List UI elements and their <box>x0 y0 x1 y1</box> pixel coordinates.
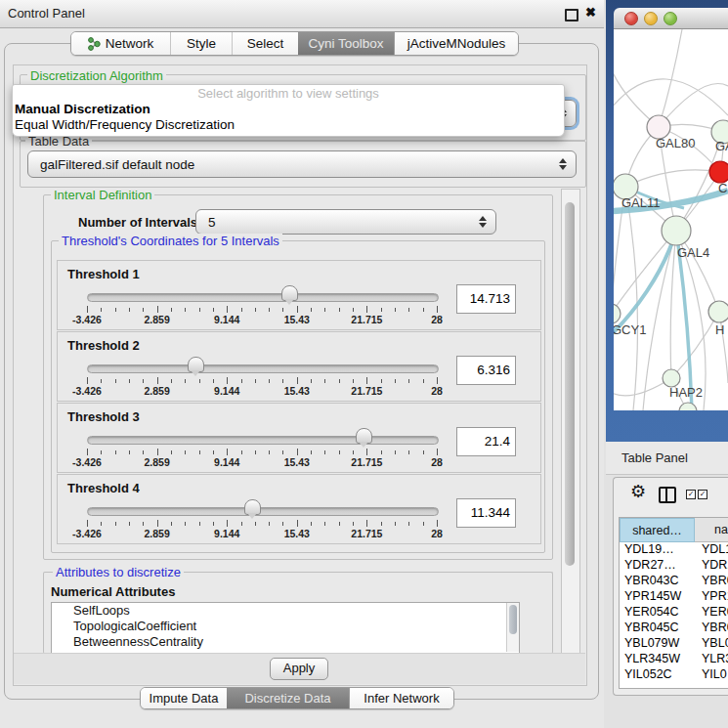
split-view-icon[interactable] <box>659 487 676 503</box>
zoom-traffic-light-icon[interactable] <box>664 12 677 25</box>
list-item[interactable]: SelfLoops <box>52 603 519 619</box>
network-node[interactable] <box>708 301 728 322</box>
slider-thumb[interactable] <box>244 499 261 515</box>
threshold-value-field[interactable]: 11.344 <box>456 498 516 528</box>
algorithm-option-equal-width[interactable]: Equal Width/Frequency Discretization <box>13 117 564 133</box>
table-row[interactable]: YIL052CYIL0 <box>620 667 728 683</box>
tab-network[interactable]: Network <box>71 32 170 55</box>
table-cell[interactable]: YBR0 <box>695 621 728 636</box>
minimize-traffic-light-icon[interactable] <box>644 12 658 25</box>
network-node[interactable] <box>709 161 728 183</box>
table-cell[interactable]: YBR043C <box>620 574 695 589</box>
network-node-label: GAL80 <box>656 136 695 150</box>
network-icon <box>88 37 101 51</box>
table-data-combo[interactable]: galFiltered.sif default node <box>27 150 577 178</box>
tab-impute-data[interactable]: Impute Data <box>141 688 227 708</box>
table-row[interactable]: YPR145WYPR1 <box>620 589 728 605</box>
table-row[interactable]: YLR345WYLR3 <box>620 652 728 667</box>
threshold-row: Threshold 3 -3.4262.8599.14415.4321.7152… <box>57 403 541 473</box>
float-window-icon[interactable] <box>565 9 578 21</box>
algorithm-placeholder: Select algorithm to view settings <box>13 85 564 102</box>
table-cell[interactable]: YDL1 <box>695 542 728 558</box>
network-node[interactable] <box>662 216 691 245</box>
table-cell[interactable]: YBR045C <box>620 621 695 636</box>
slider-thumb[interactable] <box>356 428 372 444</box>
number-of-intervals-label: Number of Intervals <box>78 215 197 230</box>
slider-track[interactable] <box>87 293 439 302</box>
threshold-value-field[interactable]: 21.4 <box>456 427 516 456</box>
table-cell[interactable]: YBR0 <box>695 574 728 589</box>
number-of-intervals-combo[interactable]: 5 <box>195 209 496 235</box>
tab-cyni-toolbox[interactable]: Cyni Toolbox <box>298 32 394 55</box>
gear-icon[interactable]: ⚙ <box>630 481 646 502</box>
threshold-row: Threshold 1 -3.4262.8599.14415.4321.7152… <box>57 260 541 330</box>
slider-thumb[interactable] <box>281 285 298 301</box>
tab-infer-network[interactable]: Infer Network <box>349 688 453 708</box>
network-view-window: GAL80GACGAL11GAL4GCY1HHAP2 <box>614 8 728 410</box>
slider-track[interactable] <box>87 507 439 516</box>
table-cell[interactable]: YER054C <box>620 605 695 621</box>
slider-thumb[interactable] <box>188 357 204 372</box>
scrollbar-thumb[interactable] <box>509 605 517 634</box>
table-cell[interactable]: YPR1 <box>695 589 728 605</box>
column-header-shared-name[interactable]: shared… <box>620 518 695 542</box>
slider-track[interactable] <box>87 436 439 445</box>
network-node-label: GAL11 <box>621 195 661 210</box>
apply-button[interactable]: Apply <box>270 658 328 680</box>
table-cell[interactable]: YBL0 <box>695 636 728 652</box>
slider-ticks <box>87 306 437 314</box>
close-traffic-light-icon[interactable] <box>624 12 638 25</box>
discretization-algorithm-title: Discretization Algorithm <box>27 68 166 83</box>
tab-jactivemnodules[interactable]: jActiveMNodules <box>394 32 518 55</box>
node-table: shared… na YDL19…YDL1YDR27…YDR2YBR043CYB… <box>619 517 728 689</box>
table-cell[interactable]: YDL19… <box>620 542 695 558</box>
table-row[interactable]: YBR045CYBR0 <box>620 621 728 636</box>
list-item[interactable]: BetweennessCentrality <box>52 634 519 650</box>
network-node[interactable] <box>679 403 697 410</box>
slider-track[interactable] <box>87 364 439 373</box>
slider-tick-labels: -3.4262.8599.14415.4321.71528 <box>87 528 437 539</box>
table-row[interactable]: YDL19…YDL1 <box>620 542 728 558</box>
table-row[interactable]: YBL079WYBL0 <box>620 636 728 652</box>
network-canvas[interactable]: GAL80GACGAL11GAL4GCY1HHAP2 <box>614 29 728 410</box>
table-cell[interactable]: YDR27… <box>620 558 695 574</box>
table-cell[interactable]: YIL052C <box>620 667 695 683</box>
table-row[interactable]: YER054CYER0 <box>620 605 728 621</box>
numerical-attributes-list: SelfLoops TopologicalCoefficient Between… <box>51 602 520 654</box>
table-row[interactable]: YDR27…YDR2 <box>620 558 728 574</box>
control-panel: Control Panel ✖ Network Style <box>0 0 604 728</box>
column-header-name[interactable]: na <box>695 518 728 542</box>
table-cell[interactable]: YIL0 <box>695 667 728 683</box>
tab-select[interactable]: Select <box>232 32 298 55</box>
threshold-row: Threshold 2 -3.4262.8599.14415.4321.7152… <box>57 331 541 402</box>
attributes-list-scrollbar[interactable] <box>506 603 519 652</box>
network-node[interactable] <box>614 304 621 323</box>
network-window-titlebar[interactable] <box>614 8 728 29</box>
table-panel-title: Table Panel <box>621 450 688 465</box>
combo-stepper-icon <box>558 158 567 170</box>
tab-discretize-data[interactable]: Discretize Data <box>227 688 349 708</box>
table-cell[interactable]: YLR3 <box>695 652 728 667</box>
threshold-value-field[interactable]: 14.713 <box>456 284 516 314</box>
table-cell[interactable]: YLR345W <box>620 652 695 667</box>
table-row[interactable]: YBR043CYBR0 <box>620 574 728 589</box>
combo-stepper-icon <box>478 216 487 228</box>
tab-style[interactable]: Style <box>170 32 232 55</box>
table-cell[interactable]: YER0 <box>695 605 728 621</box>
settings-vertical-scrollbar[interactable] <box>561 189 580 655</box>
close-icon[interactable]: ✖ <box>585 5 596 20</box>
slider-ticks <box>87 377 437 385</box>
list-item[interactable]: TopologicalCoefficient <box>52 619 519 634</box>
table-cell[interactable]: YBL079W <box>620 636 695 652</box>
algorithm-option-manual[interactable]: Manual Discretization <box>13 102 564 117</box>
table-cell[interactable]: YPR145W <box>620 589 695 605</box>
scrollbar-thumb[interactable] <box>565 202 575 566</box>
checkbox-icon[interactable]: ✓ <box>686 490 696 499</box>
checkbox-icon[interactable]: ✓ <box>698 490 707 499</box>
interval-definition-title: Interval Definition <box>51 188 154 202</box>
network-node-label: GCY1 <box>614 322 646 337</box>
panel-title: Control Panel <box>8 6 85 21</box>
table-cell[interactable]: YDR2 <box>695 558 728 574</box>
threshold-value-field[interactable]: 6.316 <box>456 356 516 385</box>
network-node-label: HAP2 <box>669 385 703 400</box>
